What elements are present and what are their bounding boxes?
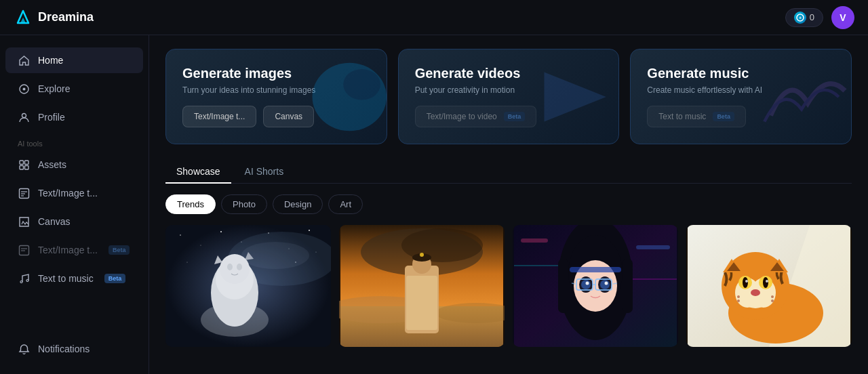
explore-icon: [18, 83, 30, 95]
assets-icon: [18, 159, 30, 171]
card-decoration: [519, 49, 618, 144]
sidebar-item-home[interactable]: Home: [5, 47, 143, 73]
filter-photo[interactable]: Photo: [221, 194, 267, 214]
sidebar-item-explore[interactable]: Explore: [5, 76, 143, 102]
sidebar-item-text-image[interactable]: Text/Image t...: [5, 180, 143, 206]
svg-marker-1: [20, 18, 26, 23]
user-avatar[interactable]: V: [831, 6, 854, 29]
svg-point-70: [605, 282, 608, 285]
gallery-image: [686, 225, 852, 347]
filter-art[interactable]: Art: [328, 194, 363, 214]
svg-point-69: [586, 282, 589, 285]
gallery-image: [513, 225, 678, 347]
generate-images-card: Generate images Turn your ideas into stu…: [165, 49, 387, 144]
svg-rect-9: [20, 165, 24, 169]
gallery-item[interactable]: [165, 225, 331, 347]
svg-point-5: [22, 87, 25, 90]
svg-point-21: [343, 68, 380, 100]
svg-point-19: [26, 279, 28, 281]
svg-point-40: [227, 264, 233, 270]
beta-badge: Beta: [108, 245, 130, 255]
svg-point-25: [201, 245, 201, 246]
svg-line-75: [613, 283, 617, 284]
logo[interactable]: Dreamina: [14, 8, 94, 27]
svg-line-74: [572, 283, 575, 284]
svg-point-89: [766, 280, 768, 283]
text-image-beta-icon: [18, 244, 30, 256]
sidebar-item-text-to-music[interactable]: Text to music Beta: [5, 266, 143, 291]
sidebar: Home Explore Profile AI tools: [0, 35, 149, 374]
svg-point-92: [737, 299, 740, 302]
beta-badge: Beta: [504, 112, 526, 121]
content-tabs: Showcase AI Shorts: [165, 161, 852, 184]
logo-icon: [14, 8, 33, 27]
filter-row: Trends Photo Design Art: [165, 194, 852, 214]
svg-rect-10: [24, 165, 28, 169]
beta-badge: Beta: [104, 274, 126, 283]
svg-rect-58: [521, 238, 548, 243]
svg-point-91: [737, 295, 740, 298]
svg-rect-64: [623, 259, 633, 313]
svg-point-39: [220, 254, 250, 284]
sidebar-item-label: Text to music: [38, 273, 94, 284]
svg-point-87: [763, 277, 768, 288]
sidebar-item-label: Text/Image t...: [38, 245, 98, 255]
svg-rect-59: [636, 245, 670, 249]
feature-cards-row: Generate images Turn your ideas into stu…: [165, 49, 852, 144]
credits-badge[interactable]: + 0: [785, 8, 823, 27]
svg-point-6: [22, 113, 26, 117]
sidebar-item-canvas[interactable]: Canvas: [5, 209, 143, 234]
svg-point-94: [771, 299, 774, 302]
svg-point-26: [220, 231, 222, 232]
gallery-item[interactable]: [513, 225, 678, 347]
header-actions: + 0 V: [785, 6, 854, 29]
svg-marker-22: [545, 72, 606, 121]
text-image-to-video-button[interactable]: Text/Image to video Beta: [415, 106, 537, 127]
tab-showcase[interactable]: Showcase: [165, 161, 231, 184]
card-decoration: [752, 49, 851, 144]
svg-point-24: [180, 234, 181, 236]
sidebar-item-label: Text/Image t...: [38, 188, 98, 199]
svg-point-67: [581, 280, 591, 289]
sidebar-item-notifications[interactable]: Notifications: [5, 336, 143, 362]
sidebar-item-label: Profile: [38, 112, 65, 123]
gallery-item[interactable]: [339, 225, 505, 347]
beta-badge: Beta: [713, 112, 734, 121]
credits-icon: +: [794, 12, 806, 24]
gallery-image: [339, 225, 505, 347]
logo-text: Dreamina: [38, 10, 94, 24]
sidebar-item-text-image-beta[interactable]: Text/Image t... Beta: [5, 237, 143, 263]
tab-ai-shorts[interactable]: AI Shorts: [234, 161, 295, 184]
card-decoration: [288, 49, 387, 144]
svg-point-18: [20, 280, 22, 283]
svg-rect-63: [558, 259, 568, 313]
profile-icon: [18, 111, 30, 123]
filter-design[interactable]: Design: [273, 194, 323, 214]
sidebar-item-profile[interactable]: Profile: [5, 104, 143, 130]
text-image-icon: [18, 187, 30, 199]
credits-value: 0: [810, 12, 814, 22]
gallery-item[interactable]: [686, 225, 852, 347]
svg-rect-76: [570, 267, 621, 272]
home-icon: [18, 54, 30, 66]
svg-point-93: [771, 295, 774, 298]
svg-point-54: [420, 253, 424, 257]
text-to-music-button[interactable]: Text to music Beta: [647, 106, 746, 127]
app-header: Dreamina + 0 V: [0, 0, 868, 35]
sidebar-item-label: Home: [38, 55, 63, 66]
svg-point-30: [309, 230, 310, 231]
svg-point-86: [743, 277, 748, 288]
svg-point-41: [237, 264, 242, 270]
gallery-image: [165, 225, 331, 347]
text-image-button[interactable]: Text/Image t...: [182, 106, 256, 127]
sidebar-item-assets[interactable]: Assets: [5, 152, 143, 178]
bell-icon: [18, 343, 30, 355]
generate-music-card: Generate music Create music effortlessly…: [630, 49, 852, 144]
svg-point-90: [751, 289, 760, 296]
svg-point-68: [600, 280, 610, 289]
filter-trends[interactable]: Trends: [165, 194, 216, 214]
app-body: Home Explore Profile AI tools: [0, 35, 868, 374]
sidebar-item-label: Assets: [38, 159, 66, 170]
music-icon: [18, 272, 30, 285]
canvas-icon: [18, 215, 30, 228]
